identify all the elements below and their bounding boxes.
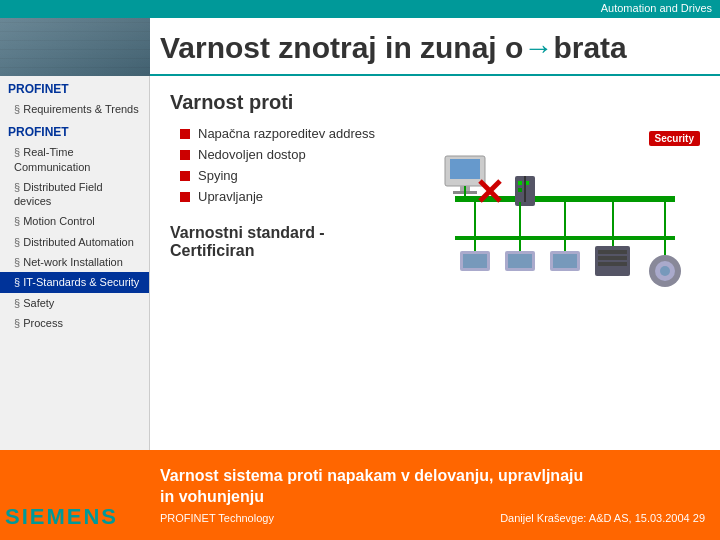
siemens-logo: SIEMENS [5,504,145,530]
svg-rect-20 [598,250,627,254]
security-badge: Security [649,131,700,146]
sidebar-item-distributed-auto[interactable]: Distributed Automation [0,232,149,252]
bullet-icon-2 [180,150,190,160]
sidebar-item-network-install[interactable]: Net-work Installation [0,252,149,272]
bullet-text-1: Napačna razporeditev address [198,126,375,141]
sidebar-section-title: PROFINET [0,76,149,99]
diagram-svg [425,126,705,326]
bottom-sub-left: PROFINET Technology [160,512,274,524]
svg-point-25 [660,266,670,276]
svg-rect-8 [518,181,522,185]
bullet-item-2: Nedovoljen dostop [180,147,410,162]
svg-rect-0 [455,196,675,202]
svg-rect-18 [553,254,577,268]
sidebar-item-safety[interactable]: Safety [0,293,149,313]
standard-title: Varnostni standard - Certificiran [170,224,410,260]
top-bar-label: Automation and Drives [601,2,712,14]
svg-rect-21 [598,256,627,260]
bullet-item-4: Upravljanje [180,189,410,204]
bullet-icon-3 [180,171,190,181]
bottom-sub-row: PROFINET Technology Danijel Kraševge: A&… [160,512,705,524]
bullet-icon-1 [180,129,190,139]
sidebar-item-requirements-trends[interactable]: Requirements & Trends [0,99,149,119]
sidebar-item-it-standards[interactable]: IT-Standards & Security [0,272,149,292]
section-title: Varnost proti [170,91,705,114]
svg-rect-2 [450,159,480,179]
standard-section: Varnostni standard - Certificiran [170,224,410,260]
bullet-item-1: Napačna razporeditev address [180,126,410,141]
bullet-icon-4 [180,192,190,202]
bullet-list: Napačna razporeditev address Nedovoljen … [180,126,410,204]
siemens-logo-area: SIEMENS [5,504,145,530]
bottom-main-text: Varnost sistema proti napakam v delovanj… [160,466,705,508]
svg-rect-14 [463,254,487,268]
page-title: Varnost znotraj in zunaj o→brata [160,31,627,64]
content-left: Napačna razporeditev address Nedovoljen … [170,126,410,326]
sidebar-item-motion-control[interactable]: Motion Control [0,211,149,231]
sidebar-profinet-title: PROFINET [0,119,149,142]
sidebar-item-real-time[interactable]: Real-Time Communication [0,142,149,177]
bottom-sub-right: Danijel Kraševge: A&D AS, 15.03.2004 29 [500,512,705,524]
sidebar: PROFINET Requirements & Trends PROFINET … [0,76,150,450]
network-diagram: Security [425,126,705,326]
bullet-item-3: Spying [180,168,410,183]
bullet-text-4: Upravljanje [198,189,263,204]
svg-rect-10 [518,188,522,192]
bottom-text-area: Varnost sistema proti napakam v delovanj… [160,466,705,524]
sidebar-item-distributed-field[interactable]: Distributed Field devices [0,177,149,212]
top-bar: Automation and Drives [0,0,720,18]
main-content: Varnost proti Napačna razporeditev addre… [150,76,720,450]
svg-rect-16 [508,254,532,268]
bullet-text-2: Nedovoljen dostop [198,147,306,162]
svg-rect-22 [598,262,627,266]
bullet-text-3: Spying [198,168,238,183]
sidebar-item-process[interactable]: Process [0,313,149,333]
